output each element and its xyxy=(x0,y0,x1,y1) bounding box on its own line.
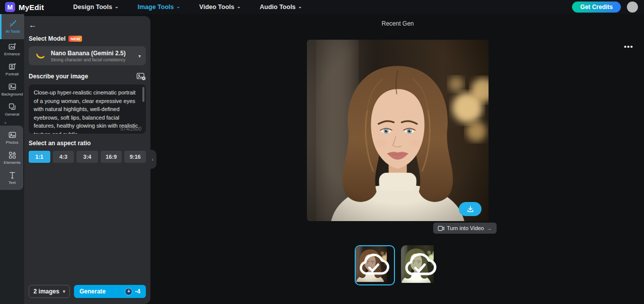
nav-video-tools-label: Video Tools xyxy=(199,4,234,11)
aspect-9-16-button[interactable]: 9:16 xyxy=(124,151,146,163)
sidebar-item-label: General xyxy=(5,112,19,117)
text-icon xyxy=(8,171,17,179)
portrait-icon xyxy=(8,62,17,71)
model-select-dropdown[interactable]: Nano Banana (Gemini 2.5) Strong characte… xyxy=(29,46,146,65)
get-credits-button[interactable]: Get Credits xyxy=(572,2,621,13)
chevron-down-icon: ▾ xyxy=(63,289,65,294)
cloud-synced-icon[interactable] xyxy=(401,245,440,284)
aspect-4-3-button[interactable]: 4:3 xyxy=(53,151,74,163)
download-button[interactable] xyxy=(459,202,481,216)
chevron-down-icon: ⌄ xyxy=(177,4,181,9)
nav-audio-tools[interactable]: Audio Tools ⌄ xyxy=(260,4,302,11)
top-navbar: M MyEdit Design Tools ⌄ Image Tools ⌄ Vi… xyxy=(0,0,644,14)
nav-design-tools-label: Design Tools xyxy=(73,4,112,11)
credit-coin-icon: + xyxy=(125,288,132,295)
sidebar-item-ai-tools[interactable]: AI Tools xyxy=(0,14,24,39)
arrow-right-icon: → xyxy=(487,225,492,231)
thumbnail-2[interactable] xyxy=(401,245,441,285)
chevron-down-icon: ▾ xyxy=(138,53,141,59)
sidebar-item-elements[interactable]: Elements xyxy=(0,148,24,168)
main-nav: Design Tools ⌄ Image Tools ⌄ Video Tools… xyxy=(73,4,302,11)
generate-cost-value: -4 xyxy=(135,288,140,295)
chevron-down-icon: ⌄ xyxy=(115,4,119,9)
aspect-16-9-button[interactable]: 16:9 xyxy=(101,151,122,163)
nav-video-tools[interactable]: Video Tools ⌄ xyxy=(199,4,240,11)
sidebar-item-background[interactable]: Background xyxy=(0,79,24,99)
aspect-1-1-button[interactable]: 1:1 xyxy=(29,151,50,163)
myedit-logo-text: MyEdit xyxy=(19,3,44,12)
enhance-image-icon xyxy=(8,42,17,51)
generate-cost: + -4 xyxy=(125,288,140,295)
image-to-video-icon xyxy=(438,226,444,231)
generation-thumbnails xyxy=(355,245,441,285)
select-model-label: Select Model xyxy=(29,35,65,42)
user-avatar[interactable] xyxy=(627,2,638,13)
nav-image-tools-label: Image Tools xyxy=(137,4,174,11)
magic-wand-icon xyxy=(9,20,17,28)
image-count-dropdown[interactable]: 2 images ▾ xyxy=(29,285,70,298)
thumbnail-1-selected[interactable] xyxy=(355,245,395,285)
background-image-icon xyxy=(8,82,17,91)
sidebar-item-text[interactable]: Text xyxy=(0,168,24,188)
prompt-scrollbar[interactable] xyxy=(142,87,144,102)
layers-icon xyxy=(8,103,17,111)
generate-label: Generate xyxy=(79,288,106,295)
photos-icon xyxy=(8,131,17,139)
myedit-logo-icon: M xyxy=(5,2,15,12)
aspect-ratio-group: 1:1 4:3 3:4 16:9 9:16 xyxy=(29,151,146,163)
sidebar-media-group: Photos Elements Text xyxy=(0,126,23,190)
sidebar-item-general[interactable]: General xyxy=(0,99,24,120)
model-description: Strong character and facial consistency xyxy=(51,57,126,62)
turn-into-video-button[interactable]: Turn into Video → xyxy=(433,223,497,234)
turn-into-video-label: Turn into Video xyxy=(447,225,484,231)
sidebar-item-label: Portrait xyxy=(6,72,19,76)
nav-audio-tools-label: Audio Tools xyxy=(260,4,295,11)
sidebar-item-photos[interactable]: Photos xyxy=(0,128,24,148)
sidebar-item-label: Elements xyxy=(4,160,20,165)
sidebar-item-enhance[interactable]: Enhance xyxy=(0,39,24,59)
char-counter: 574/2500 xyxy=(120,126,141,132)
left-sidebar: AI Tools Enhance Portrait Background Gen… xyxy=(0,14,24,304)
cloud-synced-icon[interactable] xyxy=(355,245,392,283)
prompt-textarea[interactable]: Close-up hyper-realistic cinematic portr… xyxy=(29,84,146,134)
myedit-logo[interactable]: M MyEdit xyxy=(5,2,44,12)
image-count-value: 2 images xyxy=(34,288,59,295)
sidebar-item-portrait[interactable]: Portrait xyxy=(0,59,24,79)
portrait-artwork xyxy=(307,40,489,221)
back-button[interactable]: ← xyxy=(29,21,146,29)
chevron-down-icon: ⌄ xyxy=(237,4,241,9)
generate-button[interactable]: Generate + -4 xyxy=(74,285,146,298)
nav-image-tools[interactable]: Image Tools ⌄ xyxy=(137,4,180,11)
shapes-icon xyxy=(8,151,17,159)
model-name: Nano Banana (Gemini 2.5) xyxy=(51,50,126,57)
sidebar-item-label: Enhance xyxy=(4,52,20,56)
aspect-ratio-label: Select an aspect ratio xyxy=(29,140,91,147)
sidebar-item-label: Text xyxy=(9,180,16,185)
image-settings-icon[interactable] xyxy=(136,72,146,80)
chevron-down-icon: ⌄ xyxy=(298,4,302,9)
describe-image-label: Describe your image xyxy=(29,73,88,80)
more-options-button[interactable]: ••• xyxy=(624,42,633,51)
sidebar-plus-divider: + xyxy=(4,122,24,125)
download-icon xyxy=(466,205,474,213)
sidebar-item-label: Background xyxy=(2,92,23,96)
panel-collapse-handle[interactable]: ‹ xyxy=(149,150,156,169)
recent-gen-title: Recent Gen xyxy=(307,20,489,27)
aspect-3-4-button[interactable]: 3:4 xyxy=(76,151,98,163)
sidebar-item-label: AI Tools xyxy=(6,29,20,34)
nav-design-tools[interactable]: Design Tools ⌄ xyxy=(73,4,118,11)
new-badge: NEW xyxy=(68,36,82,42)
generation-panel: ← Select Model NEW Nano Banana (Gemini 2… xyxy=(24,16,150,304)
generated-image[interactable] xyxy=(307,40,489,221)
sidebar-item-label: Photos xyxy=(6,140,19,145)
banana-icon xyxy=(34,50,46,62)
